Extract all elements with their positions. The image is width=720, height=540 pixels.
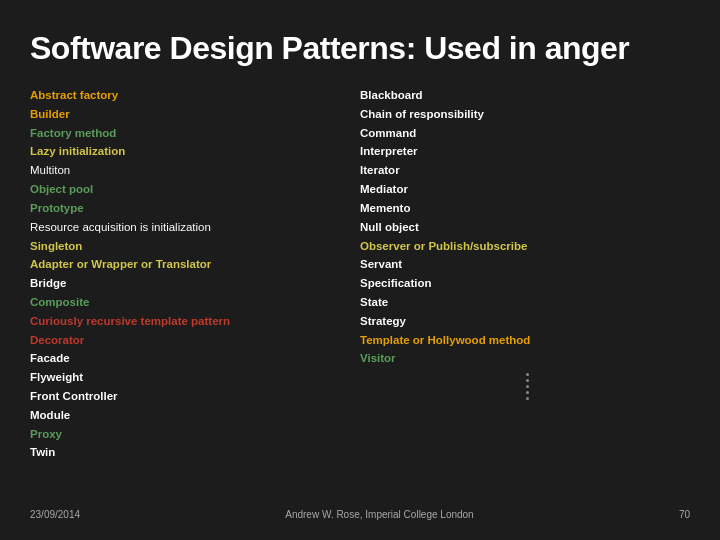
right-item: Chain of responsibility xyxy=(360,106,690,124)
left-item: Abstract factory xyxy=(30,87,360,105)
slide-title: Software Design Patterns: Used in anger xyxy=(30,30,690,67)
footer: 23/09/2014 Andrew W. Rose, Imperial Coll… xyxy=(30,501,690,520)
footer-page: 70 xyxy=(679,509,690,520)
dot xyxy=(526,379,529,382)
left-item: Factory method xyxy=(30,125,360,143)
dot xyxy=(526,385,529,388)
left-item: Object pool xyxy=(30,181,360,199)
footer-author: Andrew W. Rose, Imperial College London xyxy=(285,509,473,520)
right-item: Mediator xyxy=(360,181,690,199)
left-column: Abstract factoryBuilderFactory methodLaz… xyxy=(30,87,360,501)
left-item: Curiously recursive template pattern xyxy=(30,313,360,331)
right-column: BlackboardChain of responsibilityCommand… xyxy=(360,87,690,501)
right-item: Iterator xyxy=(360,162,690,180)
right-item: Memento xyxy=(360,200,690,218)
left-item: Flyweight xyxy=(30,369,360,387)
right-item: Blackboard xyxy=(360,87,690,105)
left-item: Twin xyxy=(30,444,360,462)
left-item: Bridge xyxy=(30,275,360,293)
content-area: Abstract factoryBuilderFactory methodLaz… xyxy=(30,87,690,501)
left-item: Adapter or Wrapper or Translator xyxy=(30,256,360,274)
right-item: Strategy xyxy=(360,313,690,331)
right-item: Command xyxy=(360,125,690,143)
left-item: Module xyxy=(30,407,360,425)
left-item: Multiton xyxy=(30,162,360,180)
left-item: Composite xyxy=(30,294,360,312)
left-item: Decorator xyxy=(30,332,360,350)
left-item: Builder xyxy=(30,106,360,124)
dot xyxy=(526,391,529,394)
decorative-dots xyxy=(364,373,690,400)
right-item: Observer or Publish/subscribe xyxy=(360,238,690,256)
slide: Software Design Patterns: Used in anger … xyxy=(0,0,720,540)
left-item: Prototype xyxy=(30,200,360,218)
right-item: Servant xyxy=(360,256,690,274)
right-item: Template or Hollywood method xyxy=(360,332,690,350)
right-item: State xyxy=(360,294,690,312)
left-item: Proxy xyxy=(30,426,360,444)
right-item: Null object xyxy=(360,219,690,237)
left-item: Lazy initialization xyxy=(30,143,360,161)
dot xyxy=(526,397,529,400)
right-item: Interpreter xyxy=(360,143,690,161)
left-item: Resource acquisition is initialization xyxy=(30,219,360,237)
left-item: Singleton xyxy=(30,238,360,256)
dot xyxy=(526,373,529,376)
right-item: Specification xyxy=(360,275,690,293)
right-item: Visitor xyxy=(360,350,690,368)
left-item: Facade xyxy=(30,350,360,368)
left-item: Front Controller xyxy=(30,388,360,406)
footer-date: 23/09/2014 xyxy=(30,509,80,520)
